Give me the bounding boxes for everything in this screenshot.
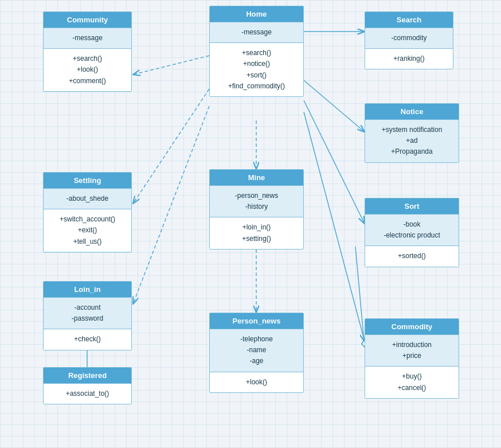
community-attributes: -message [44,28,131,48]
uml-box-home: Home-message+search() +notice() +sort() … [209,6,304,97]
uml-box-settling: Settling-about_shede+switch_account() +e… [43,172,132,252]
settling-attributes: -about_shede [44,188,131,209]
svg-line-8 [304,80,365,132]
sort-attributes: -book -electronic product [365,214,459,246]
svg-line-9 [304,100,365,224]
uml-box-registered: Registered+associat_to() [43,367,132,404]
search-title: Search [365,12,453,28]
settling-title: Settling [44,173,131,188]
registered-methods: +associat_to() [44,383,131,404]
commodity-title: Commodity [365,319,459,334]
loin_in-attributes: -account -password [44,297,131,329]
uml-box-loin_in: Loin_in-account -password+check() [43,281,132,350]
notice-attributes: +system notification +ad +Propaganda [365,119,459,162]
uml-box-search: Search-commodity+ranking() [365,11,453,69]
search-attributes: -commodity [365,28,453,48]
svg-line-3 [133,56,209,75]
mine-methods: +loin_in() +setting() [210,217,303,248]
uml-box-sort: Sort-book -electronic product+sorted() [365,198,459,267]
svg-line-13 [355,247,365,347]
home-attributes: -message [210,22,303,42]
uml-box-mine: Mine-person_news -history+loin_in() +set… [209,169,304,250]
community-title: Community [44,12,131,28]
svg-line-4 [133,89,209,204]
sort-title: Sort [365,198,459,214]
uml-box-community: Community-message+search() +look() +comm… [43,11,132,92]
settling-methods: +switch_account() +exit() +tell_us() [44,209,131,252]
person_news-title: Person_news [210,313,303,329]
loin_in-methods: +check() [44,329,131,349]
uml-box-person_news: Person_news-telephone -name -age+look() [209,313,304,393]
person_news-attributes: -telephone -name -age [210,329,303,372]
registered-title: Registered [44,368,131,383]
person_news-methods: +look() [210,372,303,392]
mine-attributes: -person_news -history [210,185,303,217]
mine-title: Mine [210,170,303,185]
notice-title: Notice [365,104,459,119]
svg-line-10 [304,112,365,341]
uml-box-notice: Notice+system notification +ad +Propagan… [365,103,459,163]
loin_in-title: Loin_in [44,282,131,297]
home-methods: +search() +notice() +sort() +find_commod… [210,42,303,96]
uml-box-commodity: Commodity+introduction +price+buy() +can… [365,318,459,399]
search-methods: +ranking() [365,48,453,69]
community-methods: +search() +look() +comment() [44,48,131,91]
commodity-methods: +buy() +cancel() [365,366,459,398]
sort-methods: +sorted() [365,246,459,266]
commodity-attributes: +introduction +price [365,334,459,366]
svg-line-5 [133,106,209,304]
home-title: Home [210,6,303,22]
